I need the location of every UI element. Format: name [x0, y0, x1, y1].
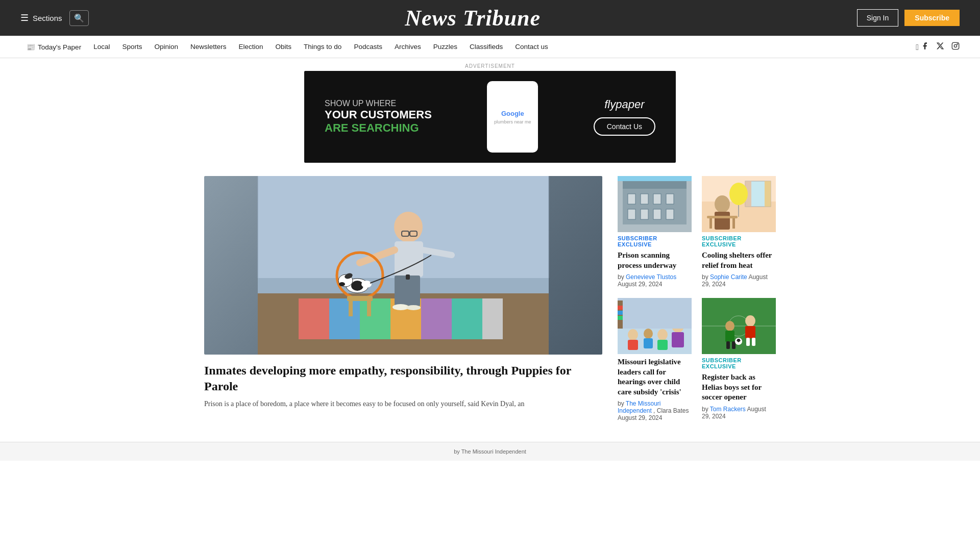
svg-rect-6	[299, 298, 329, 339]
card-title-4: Register back as Helias boys set for soc…	[702, 372, 776, 403]
svg-rect-27	[349, 301, 353, 316]
svg-point-36	[406, 305, 421, 310]
exclusive-label-4: SUBSCRIBER EXCLUSIVE	[702, 357, 776, 369]
ad-line1: SHOW UP WHERE	[325, 99, 432, 108]
nav-item-podcasts[interactable]: Podcasts	[348, 43, 388, 51]
svg-rect-42	[641, 194, 648, 204]
nav-item-things-to-do[interactable]: Things to do	[298, 43, 348, 51]
card-title-3: Missouri legislative leaders call for he…	[618, 357, 692, 397]
svg-rect-10	[421, 298, 452, 339]
ad-text-left: SHOW UP WHERE YOUR CUSTOMERS ARE SEARCHI…	[325, 99, 432, 135]
svg-rect-65	[628, 340, 638, 350]
card-author-link-2[interactable]: Sophie Carite	[710, 273, 747, 281]
svg-rect-22	[407, 276, 420, 306]
sidebar-img-soccer	[702, 298, 776, 354]
svg-point-85	[745, 315, 755, 327]
main-article: Inmates developing more empathy, respons…	[204, 176, 602, 421]
svg-point-55	[729, 183, 748, 205]
sections-button[interactable]: ☰ Sections	[20, 12, 62, 23]
card-meta-3: by The Missouri Independent , Clara Bate…	[618, 400, 692, 421]
card-author-link-1[interactable]: Genevieve Tlustos	[626, 273, 676, 281]
sidebar-card-prison: SUBSCRIBER EXCLUSIVE Prison scanning pro…	[618, 176, 692, 288]
facebook-icon[interactable]: 	[916, 42, 929, 52]
nav-item-puzzles[interactable]: Puzzles	[427, 43, 463, 51]
nav-item-classifieds[interactable]: Classifieds	[463, 43, 509, 51]
instagram-icon[interactable]	[951, 42, 960, 52]
footer-bar: by The Missouri Independent	[0, 442, 980, 461]
svg-rect-58	[715, 212, 730, 230]
nav-label: Today's Paper	[38, 43, 81, 51]
svg-point-57	[715, 195, 730, 213]
svg-rect-74	[618, 306, 623, 310]
ad-banner-wrap: ADVERTISEMENT SHOW UP WHERE YOUR CUSTOME…	[0, 58, 980, 166]
ad-label: ADVERTISEMENT	[0, 63, 980, 69]
ad-line2: YOUR CUSTOMERS	[325, 108, 432, 121]
svg-rect-45	[628, 209, 635, 219]
svg-rect-40	[623, 181, 687, 189]
svg-rect-87	[746, 338, 750, 346]
nav-social: 	[916, 42, 960, 52]
svg-rect-28	[367, 301, 371, 316]
svg-rect-72	[618, 298, 692, 329]
svg-rect-82	[725, 331, 734, 342]
main-article-image	[204, 176, 602, 355]
svg-rect-44	[666, 194, 674, 204]
nav-item-newsletters[interactable]: Newsletters	[184, 43, 233, 51]
nav-item-contact-us[interactable]: Contact us	[509, 43, 554, 51]
card-meta-1: by Genevieve Tlustos August 29, 2024	[618, 273, 692, 288]
svg-point-66	[644, 329, 653, 339]
nav-item-local[interactable]: Local	[87, 43, 116, 51]
nav-item-election[interactable]: Election	[233, 43, 270, 51]
svg-rect-59	[707, 216, 738, 218]
svg-point-33	[339, 282, 345, 286]
card-meta-4: by Tom Rackers August 29, 2024	[702, 406, 776, 420]
svg-rect-46	[641, 209, 648, 219]
search-icon: 🔍	[74, 14, 84, 22]
nav-item-opinion[interactable]: Opinion	[148, 43, 184, 51]
card-title-2: Cooling shelters offer relief from heat	[702, 251, 776, 270]
svg-rect-48	[666, 209, 674, 219]
svg-rect-71	[672, 332, 684, 347]
card-title-1: Prison scanning process underway	[618, 251, 692, 270]
svg-rect-11	[452, 298, 482, 339]
sidebar: SUBSCRIBER EXCLUSIVE Prison scanning pro…	[618, 176, 776, 421]
svg-rect-76	[618, 316, 623, 320]
exclusive-label-2: SUBSCRIBER EXCLUSIVE	[702, 235, 776, 247]
svg-rect-86	[745, 326, 755, 338]
site-title: News Tribune	[405, 5, 541, 31]
contact-us-button[interactable]: Contact Us	[594, 117, 655, 136]
subscribe-button[interactable]: Subscribe	[904, 10, 960, 26]
svg-point-30	[351, 281, 363, 291]
svg-point-81	[725, 321, 734, 331]
svg-rect-83	[726, 341, 730, 349]
svg-point-1	[954, 44, 957, 47]
svg-rect-37	[406, 274, 410, 280]
nav-item-archives[interactable]: Archives	[388, 43, 427, 51]
nav-item-obits[interactable]: Obits	[270, 43, 298, 51]
card-author-link-3[interactable]: The Missouri Independent	[618, 400, 660, 414]
svg-point-2	[957, 44, 958, 44]
nav-item-sports[interactable]: Sports	[116, 43, 148, 51]
search-button[interactable]: 🔍	[69, 10, 89, 26]
sidebar-card-soccer: SUBSCRIBER EXCLUSIVE Register back as He…	[702, 298, 776, 421]
svg-rect-47	[653, 209, 661, 219]
svg-rect-88	[752, 338, 755, 346]
hamburger-icon: ☰	[20, 12, 29, 23]
svg-point-64	[628, 329, 638, 340]
flypaper-logo: flypaper	[604, 98, 644, 111]
card-author-link-4[interactable]: Tom Rackers	[710, 406, 746, 413]
svg-rect-67	[644, 338, 653, 348]
svg-rect-61	[732, 218, 735, 229]
svg-rect-69	[657, 340, 668, 350]
sidebar-img-shelter	[702, 176, 776, 232]
svg-point-35	[393, 304, 409, 310]
twitter-x-icon[interactable]	[936, 42, 944, 52]
nav-item-todays-paper[interactable]: 📰 Today's Paper	[20, 43, 87, 51]
header-left: ☰ Sections 🔍	[20, 10, 89, 26]
ad-line3: ARE SEARCHING	[325, 121, 432, 135]
sign-in-button[interactable]: Sign In	[857, 9, 899, 27]
header-right: Sign In Subscribe	[857, 9, 960, 27]
exclusive-label-1: SUBSCRIBER EXCLUSIVE	[618, 235, 692, 247]
sidebar-img-prison	[618, 176, 692, 232]
sidebar-card-childcare: Missouri legislative leaders call for he…	[618, 298, 692, 421]
